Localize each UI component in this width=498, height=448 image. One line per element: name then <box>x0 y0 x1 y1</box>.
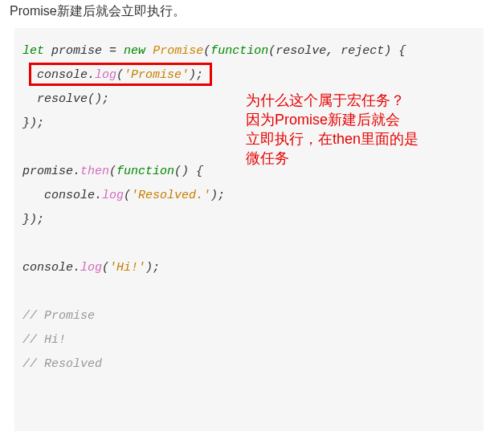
comment-hi: // Hi! <box>22 333 66 347</box>
punct: ( <box>124 189 131 202</box>
code-line-7: }); <box>22 213 44 226</box>
string-hi: 'Hi!' <box>109 261 145 275</box>
keyword-function: function <box>210 44 268 58</box>
punct: , <box>326 44 341 58</box>
punct: ( <box>203 44 210 58</box>
method-log: log <box>95 68 116 82</box>
annotation-line-2: 因为Promise新建后就会 <box>246 112 400 128</box>
annotation-line-4: 微任务 <box>246 150 289 166</box>
brace-open: { <box>189 165 203 178</box>
param-resolve: resolve <box>276 44 326 58</box>
method-then: then <box>80 165 109 178</box>
brace-close: }); <box>22 213 44 226</box>
ident-console: console <box>22 261 73 275</box>
ident-resolve: resolve <box>37 92 88 106</box>
string-resolved: 'Resolved.' <box>131 189 210 202</box>
punct: ) <box>384 44 391 58</box>
punct: ); <box>210 189 225 202</box>
punct: ( <box>109 165 116 178</box>
punct: ( <box>268 44 276 58</box>
punct: ); <box>189 68 203 82</box>
param-reject: reject <box>341 44 384 58</box>
ident-console: console <box>37 68 88 82</box>
punct: () <box>174 165 189 178</box>
punct: (); <box>88 92 109 106</box>
indent <box>22 92 37 106</box>
punct: ( <box>116 68 124 82</box>
indent <box>22 68 37 82</box>
op-eq: = <box>109 44 116 58</box>
method-log: log <box>80 261 102 275</box>
intro-text: Promise新建后就会立即执行。 <box>0 0 498 28</box>
code-line-2: console.log('Promise'); <box>22 68 203 82</box>
code-line-8: console.log('Hi!'); <box>22 261 160 275</box>
punct: . <box>73 261 80 275</box>
punct: . <box>73 165 80 178</box>
annotation-line-1: 为什么这个属于宏任务？ <box>246 92 405 108</box>
punct: ); <box>145 261 160 275</box>
brace-open: { <box>391 44 406 58</box>
comment-promise: // Promise <box>22 309 95 323</box>
code-block: let promise = new Promise(function(resol… <box>14 28 484 431</box>
annotation-text: 为什么这个属于宏任务？ 因为Promise新建后就会 立即执行，在then里面的… <box>246 91 447 168</box>
ident-promise: promise <box>22 165 73 178</box>
punct: ( <box>102 261 109 275</box>
string-promise: 'Promise' <box>124 68 189 82</box>
code-line-3: resolve(); <box>22 92 109 106</box>
code-line-6: console.log('Resolved.'); <box>22 189 225 202</box>
code-line-5: promise.then(function() { <box>22 165 203 178</box>
annotation-line-3: 立即执行，在then里面的是 <box>246 131 418 147</box>
punct: . <box>88 68 95 82</box>
ident-promise: promise <box>51 44 102 58</box>
class-promise: Promise <box>153 44 203 58</box>
keyword-new: new <box>124 44 145 58</box>
method-log: log <box>102 189 124 202</box>
punct: . <box>95 189 102 202</box>
ident-console: console <box>44 189 95 202</box>
keyword-let: let <box>22 44 44 58</box>
brace-close: }); <box>22 116 44 130</box>
code-line-4: }); <box>22 116 44 130</box>
comment-resolved: // Resolved <box>22 357 102 371</box>
keyword-function: function <box>116 165 174 178</box>
indent <box>22 189 44 202</box>
code-line-1: let promise = new Promise(function(resol… <box>22 44 406 58</box>
